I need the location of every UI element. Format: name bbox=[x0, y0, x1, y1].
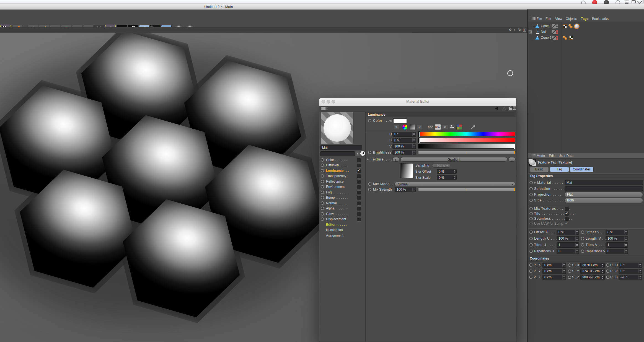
hue-gradient-slider[interactable] bbox=[418, 132, 515, 136]
object-row-cone2[interactable]: Cone.2 bbox=[528, 35, 644, 41]
enable-radio[interactable] bbox=[606, 270, 609, 273]
mix-strength-slider[interactable] bbox=[418, 188, 515, 191]
enable-radio[interactable] bbox=[581, 243, 584, 247]
slider-cursor[interactable] bbox=[418, 138, 420, 143]
bluetooth-icon[interactable] bbox=[643, 0, 643, 3]
spinner-icon[interactable] bbox=[453, 176, 456, 179]
sx-field[interactable]: 38.911 cm bbox=[580, 263, 605, 268]
eyedropper-icon[interactable] bbox=[470, 125, 475, 130]
side-dropdown[interactable]: Both bbox=[565, 198, 643, 203]
channel-radio[interactable] bbox=[321, 196, 324, 199]
editor-visibility-toggle[interactable] bbox=[551, 30, 556, 35]
px-field[interactable]: 0 cm bbox=[542, 263, 566, 268]
enable-radio[interactable] bbox=[368, 119, 371, 122]
spinner-icon[interactable] bbox=[412, 138, 416, 142]
maximize-view-icon[interactable]: ◫ bbox=[523, 28, 526, 32]
brightness-slider[interactable] bbox=[418, 151, 515, 154]
blur-scale-field[interactable]: 0 % bbox=[437, 175, 457, 180]
v-value-field[interactable]: 100 % bbox=[392, 144, 416, 149]
color-swatch[interactable] bbox=[393, 118, 407, 123]
enable-radio[interactable] bbox=[529, 181, 533, 184]
texture-shader-button[interactable]: Gradient bbox=[400, 157, 507, 162]
spinner-icon[interactable] bbox=[575, 237, 579, 241]
enable-radio[interactable] bbox=[529, 217, 533, 220]
compact-mode-icon[interactable]: ⇅ bbox=[393, 124, 399, 130]
material-field[interactable]: Mat bbox=[565, 180, 643, 185]
texture-browse-button[interactable]: ... bbox=[508, 157, 515, 162]
channel-checkbox[interactable] bbox=[357, 201, 361, 206]
enable-radio[interactable] bbox=[529, 243, 533, 247]
object-name[interactable]: Cone.2 bbox=[541, 36, 552, 40]
length-u-field[interactable]: 100 % bbox=[557, 236, 579, 241]
rb-field[interactable]: -90 ° bbox=[619, 275, 642, 280]
tiles-u-field[interactable]: 1 bbox=[557, 242, 579, 248]
editor-visibility-toggle[interactable] bbox=[551, 24, 556, 29]
py-field[interactable]: 0 cm bbox=[542, 269, 566, 274]
enable-radio[interactable] bbox=[529, 207, 533, 210]
channel-radio[interactable] bbox=[321, 201, 324, 205]
enable-radio[interactable] bbox=[581, 230, 584, 234]
enable-radio[interactable] bbox=[606, 263, 609, 267]
enable-radio[interactable] bbox=[529, 230, 533, 234]
spinner-icon[interactable] bbox=[562, 275, 566, 279]
rh-field[interactable]: 0 ° bbox=[619, 263, 642, 268]
swatches-mode-icon[interactable] bbox=[456, 124, 462, 130]
editor-visibility-toggle[interactable] bbox=[551, 36, 556, 40]
spinner-icon[interactable] bbox=[624, 243, 628, 247]
tab-tag[interactable]: Tag bbox=[550, 167, 569, 172]
tile-checkbox[interactable] bbox=[565, 212, 569, 216]
wireframe-cone-icon[interactable] bbox=[502, 106, 506, 111]
offset-u-field[interactable]: 0 % bbox=[557, 230, 579, 235]
round-app-icon[interactable] bbox=[615, 0, 620, 4]
channel-radio[interactable] bbox=[321, 207, 324, 210]
enable-radio[interactable] bbox=[581, 250, 584, 253]
om-menu-file[interactable]: File bbox=[537, 17, 542, 21]
length-v-field[interactable]: 100 % bbox=[606, 236, 628, 241]
list-menu-icon[interactable] bbox=[625, 1, 629, 4]
uvw-tag-icon[interactable] bbox=[569, 36, 573, 40]
gradient-swatch-icon[interactable] bbox=[409, 124, 415, 130]
red-app-icon[interactable] bbox=[592, 0, 597, 4]
enable-radio[interactable] bbox=[529, 187, 533, 190]
saturation-gradient-slider[interactable] bbox=[418, 138, 515, 142]
page-illumination[interactable]: Illumination bbox=[319, 227, 365, 233]
channel-checkbox[interactable] bbox=[357, 217, 361, 222]
enable-radio[interactable] bbox=[529, 270, 532, 273]
tiles-v-field[interactable]: 1 bbox=[606, 242, 628, 248]
tab-coordinates[interactable]: Coordinates bbox=[570, 167, 594, 172]
channel-radio[interactable] bbox=[321, 212, 324, 216]
h-value-field[interactable]: 0 ° bbox=[392, 132, 416, 137]
s-value-field[interactable]: 0 % bbox=[392, 138, 416, 143]
enable-radio[interactable] bbox=[606, 276, 609, 279]
am-menu-edit[interactable]: Edit bbox=[549, 154, 555, 158]
enable-radio[interactable] bbox=[568, 276, 571, 279]
spinner-icon[interactable] bbox=[601, 269, 604, 273]
spinner-icon[interactable] bbox=[412, 132, 416, 136]
notification-chevron-icon[interactable] bbox=[637, 0, 642, 4]
dolly-icon[interactable]: ↕ bbox=[514, 28, 516, 32]
spinner-icon[interactable] bbox=[453, 170, 456, 173]
brightness-field[interactable]: 100 % bbox=[392, 150, 416, 155]
sampling-dropdown[interactable]: None bbox=[432, 163, 450, 168]
shaded-cone-icon[interactable] bbox=[495, 107, 498, 110]
enable-radio[interactable] bbox=[568, 270, 571, 273]
slider-handle[interactable] bbox=[514, 151, 515, 154]
object-row-cone8[interactable]: Cone.8 bbox=[528, 24, 644, 29]
om-menu-edit[interactable]: Edit bbox=[545, 17, 551, 21]
blur-offset-field[interactable]: 0 % bbox=[437, 169, 457, 174]
disclosure-icon[interactable] bbox=[534, 182, 536, 184]
channel-checkbox[interactable] bbox=[357, 196, 361, 200]
enable-radio[interactable] bbox=[368, 151, 371, 154]
object-name[interactable]: Cone.8 bbox=[541, 24, 552, 28]
projection-dropdown[interactable]: Flat bbox=[565, 192, 643, 197]
channel-row-bump[interactable]: Bump . . . . . . . bbox=[319, 195, 365, 200]
am-menu-mode[interactable]: Mode bbox=[537, 154, 545, 158]
visibility-dot-top[interactable] bbox=[556, 24, 558, 26]
page-editor[interactable]: Editor . . . . . . bbox=[319, 222, 365, 227]
enable-radio[interactable] bbox=[529, 199, 533, 202]
channel-row-displacement[interactable]: Displacement bbox=[319, 217, 365, 222]
texture-arrow-button[interactable] bbox=[392, 157, 399, 162]
tab-basic[interactable]: Basic bbox=[530, 167, 549, 172]
channel-checkbox[interactable] bbox=[357, 206, 361, 211]
enable-radio[interactable] bbox=[529, 193, 533, 196]
